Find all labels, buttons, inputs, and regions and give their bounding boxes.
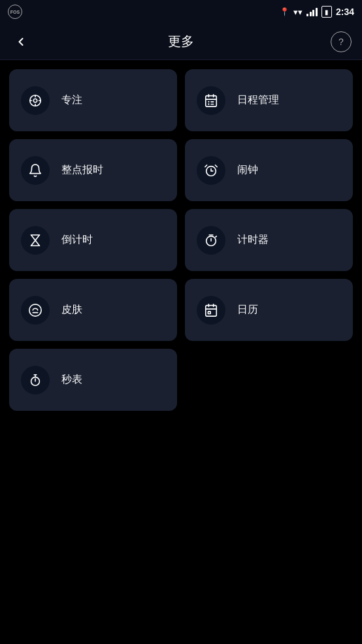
status-bar: FOS 📍 ▾▾ ▮ 2:34 <box>0 0 362 24</box>
hourglass-icon <box>28 233 42 248</box>
grid-item-focus[interactable]: 专注 <box>9 69 177 131</box>
stopwatch-icon-circle <box>21 366 50 394</box>
focus-icon-circle <box>21 86 50 115</box>
stopwatch-icon <box>28 373 42 387</box>
alarm-icon-circle <box>197 156 225 185</box>
timer-icon <box>204 233 218 248</box>
location-icon: 📍 <box>280 7 289 16</box>
timer-label: 计时器 <box>237 233 269 247</box>
page-title: 更多 <box>168 33 194 50</box>
grid-item-countdown[interactable]: 倒计时 <box>9 209 177 271</box>
countdown-label: 倒计时 <box>61 233 93 247</box>
header: 更多 ? <box>0 24 362 60</box>
skin-label: 皮肤 <box>61 303 82 317</box>
grid-container: 专注 日程管理 整点报时 <box>0 60 362 420</box>
skin-icon <box>28 303 42 317</box>
bell-icon <box>28 163 42 178</box>
wifi-icon: ▾▾ <box>293 7 303 17</box>
svg-rect-6 <box>206 95 217 106</box>
svg-point-1 <box>33 99 37 103</box>
svg-line-16 <box>215 165 217 167</box>
grid-item-schedule[interactable]: 日程管理 <box>185 69 353 131</box>
signal-icon <box>306 7 318 16</box>
svg-rect-20 <box>206 305 217 316</box>
calendar-icon <box>204 303 218 317</box>
status-bar-left: FOS <box>8 5 22 19</box>
status-bar-right: 📍 ▾▾ ▮ 2:34 <box>280 6 354 18</box>
hourglass-icon-circle <box>21 226 50 255</box>
grid-item-calendar[interactable]: 日历 <box>185 279 353 341</box>
bell-icon-circle <box>21 156 50 185</box>
stopwatch-label: 秒表 <box>61 373 82 387</box>
timer-icon-circle <box>197 226 225 255</box>
hourly-chime-label: 整点报时 <box>61 163 103 177</box>
app-logo: FOS <box>8 5 22 19</box>
calendar-icon-circle <box>197 296 225 325</box>
grid-item-timer[interactable]: 计时器 <box>185 209 353 271</box>
alarm-icon <box>204 163 218 178</box>
time-display: 2:34 <box>336 7 354 17</box>
schedule-icon <box>204 93 218 108</box>
calendar-label: 日历 <box>237 303 258 317</box>
grid-item-skin[interactable]: 皮肤 <box>9 279 177 341</box>
svg-line-15 <box>205 165 207 167</box>
grid-item-hourly-chime[interactable]: 整点报时 <box>9 139 177 201</box>
battery-icon: ▮ <box>321 6 332 18</box>
back-button[interactable] <box>10 31 31 52</box>
focus-icon <box>28 93 42 108</box>
help-icon: ? <box>338 37 344 47</box>
alarm-label: 闹钟 <box>237 163 258 177</box>
schedule-label: 日程管理 <box>237 93 279 107</box>
focus-label: 专注 <box>61 93 82 107</box>
svg-rect-24 <box>208 311 210 314</box>
svg-line-19 <box>216 236 216 236</box>
grid-item-alarm[interactable]: 闹钟 <box>185 139 353 201</box>
skin-icon-circle <box>21 296 50 325</box>
help-button[interactable]: ? <box>331 31 352 52</box>
schedule-icon-circle <box>197 86 225 115</box>
grid-item-stopwatch[interactable]: 秒表 <box>9 349 177 411</box>
